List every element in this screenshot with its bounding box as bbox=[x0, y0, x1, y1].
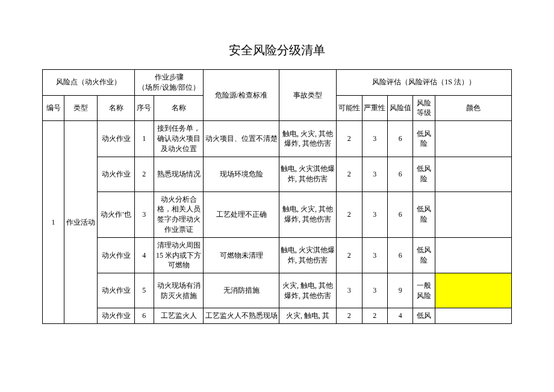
cell-accident: 触电, 火灾, 其他爆炸, 其他伤害 bbox=[279, 191, 337, 237]
cell-step: 接到任务单，确认动火项目及动火位置 bbox=[154, 121, 204, 157]
cell-seq: 5 bbox=[134, 273, 154, 308]
hdr-stepgroup: 作业步骤 （场所/设施/部位） bbox=[134, 70, 204, 96]
cell-hazard: 工艺监火人不熟悉现场 bbox=[204, 308, 279, 324]
cell-color bbox=[435, 191, 511, 237]
hdr-color: 颜色 bbox=[435, 95, 511, 121]
cell-color bbox=[435, 157, 511, 191]
page-title: 安全风险分级清单 bbox=[42, 42, 512, 58]
cell-level: 低风险 bbox=[413, 237, 435, 273]
cell-level: 低风险 bbox=[413, 157, 435, 191]
hdr-poss: 可能性 bbox=[337, 95, 362, 121]
cell-rname: 动火作业 bbox=[98, 121, 135, 157]
cell-hazard: 动火项目、位置不清楚 bbox=[204, 121, 279, 157]
cell-sev: 2 bbox=[362, 308, 387, 324]
cell-color bbox=[435, 308, 511, 324]
cell-seq: 4 bbox=[134, 237, 154, 273]
hdr-type: 类型 bbox=[64, 95, 98, 121]
cell-sev: 3 bbox=[362, 237, 387, 273]
cell-hazard: 现场环境危险 bbox=[204, 157, 279, 191]
cell-poss: 2 bbox=[337, 237, 362, 273]
hdr-stepname: 名称 bbox=[154, 95, 204, 121]
cell-color bbox=[435, 273, 511, 308]
cell-step: 清理动火周围 15 米内或下方可燃物 bbox=[154, 237, 204, 273]
cell-rname: 动火作业 bbox=[98, 157, 135, 191]
cell-accident: 火灾, 触电, 其他爆炸, 其他伤害 bbox=[279, 273, 337, 308]
hdr-riskpoint: 风险点（动火作业） bbox=[43, 70, 135, 96]
table-row: 动火作业 5 动火现场有消防灭火措施 无消防措施 火灾, 触电, 其他爆炸, 其… bbox=[43, 273, 512, 308]
cell-seq: 3 bbox=[134, 191, 154, 237]
cell-hazard: 无消防措施 bbox=[204, 273, 279, 308]
table-row: 动火作业 6 工艺监火人 工艺监火人不熟悉现场 火灾, 触电, 其 2 2 4 … bbox=[43, 308, 512, 324]
cell-step: 熟悉现场情况 bbox=[154, 157, 204, 191]
cell-level: 低风险 bbox=[413, 191, 435, 237]
hdr-level: 风险等级 bbox=[413, 95, 435, 121]
cell-color bbox=[435, 121, 511, 157]
cell-step: 工艺监火人 bbox=[154, 308, 204, 324]
risk-table: 风险点（动火作业） 作业步骤 （场所/设施/部位） 危险源/检查标准 事故类型 … bbox=[42, 69, 512, 324]
cell-no: 1 bbox=[43, 121, 64, 324]
cell-accident: 触电, 火灾, 其他爆炸, 其他伤害 bbox=[279, 121, 337, 157]
cell-poss: 3 bbox=[337, 273, 362, 308]
table-row: 1 作业活动 动火作业 1 接到任务单，确认动火项目及动火位置 动火项目、位置不… bbox=[43, 121, 512, 157]
cell-level: 低风险 bbox=[413, 121, 435, 157]
cell-hazard: 工艺处理不正确 bbox=[204, 191, 279, 237]
cell-step: 动火现场有消防灭火措施 bbox=[154, 273, 204, 308]
hdr-accident: 事故类型 bbox=[279, 70, 337, 121]
cell-rname: 动火作业 bbox=[98, 308, 135, 324]
cell-val: 6 bbox=[388, 191, 413, 237]
hdr-no: 编号 bbox=[43, 95, 64, 121]
cell-val: 4 bbox=[388, 308, 413, 324]
cell-type: 作业活动 bbox=[64, 121, 98, 324]
cell-seq: 6 bbox=[134, 308, 154, 324]
hdr-val: 风险值 bbox=[388, 95, 413, 121]
cell-val: 6 bbox=[388, 121, 413, 157]
cell-val: 6 bbox=[388, 157, 413, 191]
cell-rname: 动火作业 bbox=[98, 273, 135, 308]
table-body: 1 作业活动 动火作业 1 接到任务单，确认动火项目及动火位置 动火项目、位置不… bbox=[43, 121, 512, 324]
cell-level: 一般风险 bbox=[413, 273, 435, 308]
cell-poss: 2 bbox=[337, 191, 362, 237]
table-row: 动火作业 2 熟悉现场情况 现场环境危险 触电, 火灾淇他爆炸, 其他伤害 2 … bbox=[43, 157, 512, 191]
cell-color bbox=[435, 237, 511, 273]
cell-sev: 3 bbox=[362, 121, 387, 157]
cell-rname: 动火作业 bbox=[98, 237, 135, 273]
cell-sev: 3 bbox=[362, 157, 387, 191]
cell-val: 6 bbox=[388, 237, 413, 273]
hdr-hazard: 危险源/检查标准 bbox=[204, 70, 279, 121]
cell-accident: 触电, 火灾淇他爆炸, 其他伤害 bbox=[279, 157, 337, 191]
cell-poss: 2 bbox=[337, 308, 362, 324]
hdr-evalgroup: 风险评估（风险评估（1S 法）） bbox=[337, 70, 512, 96]
hdr-seq: 序号 bbox=[134, 95, 154, 121]
cell-step: 动火分析合格，相关人员签字办理动火作业票证 bbox=[154, 191, 204, 237]
cell-rname: 动火作'也 bbox=[98, 191, 135, 237]
table-row: 动火作'也 3 动火分析合格，相关人员签字办理动火作业票证 工艺处理不正确 触电… bbox=[43, 191, 512, 237]
cell-seq: 2 bbox=[134, 157, 154, 191]
hdr-sev: 严重性 bbox=[362, 95, 387, 121]
table-row: 动火作业 4 清理动火周围 15 米内或下方可燃物 可燃物未清理 触电, 火灾淇… bbox=[43, 237, 512, 273]
cell-poss: 2 bbox=[337, 121, 362, 157]
cell-sev: 3 bbox=[362, 273, 387, 308]
cell-sev: 3 bbox=[362, 191, 387, 237]
cell-seq: 1 bbox=[134, 121, 154, 157]
hdr-name: 名称 bbox=[98, 95, 135, 121]
cell-poss: 2 bbox=[337, 157, 362, 191]
cell-val: 9 bbox=[388, 273, 413, 308]
cell-accident: 火灾, 触电, 其 bbox=[279, 308, 337, 324]
cell-accident: 触电, 火灾淇他爆炸, 其他伤害 bbox=[279, 237, 337, 273]
cell-hazard: 可燃物未清理 bbox=[204, 237, 279, 273]
cell-level: 低风 bbox=[413, 308, 435, 324]
